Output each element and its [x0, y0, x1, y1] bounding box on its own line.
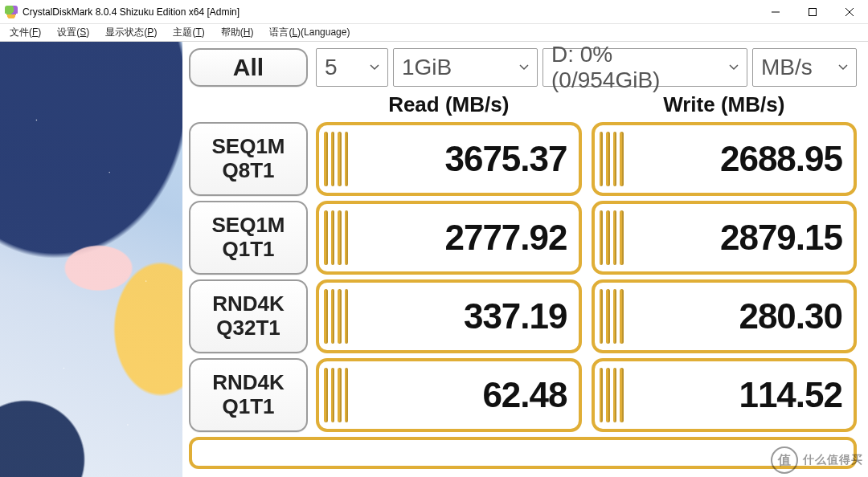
menu-display[interactable]: 显示状态(P): [99, 24, 163, 41]
grip-icon: [600, 210, 624, 265]
grip-icon: [324, 132, 348, 186]
close-button[interactable]: [831, 0, 868, 24]
run-all-label: All: [233, 54, 264, 82]
write-result: 2688.95: [592, 122, 858, 196]
menu-file[interactable]: 文件(F): [3, 24, 47, 41]
read-result: 2777.92: [316, 201, 582, 275]
test-label-1: RND4K: [212, 371, 285, 395]
close-icon: [845, 8, 854, 16]
minimize-icon: [772, 8, 780, 16]
test-row-seq1m-q8t1: SEQ1M Q8T1 3675.37 2688.95: [189, 122, 857, 196]
test-label-2: Q32T1: [216, 316, 280, 340]
read-value: 3675.37: [444, 139, 567, 179]
test-label-1: SEQ1M: [211, 214, 285, 238]
grip-icon: [324, 289, 348, 344]
menu-theme[interactable]: 主题(T): [166, 24, 211, 41]
chevron-down-icon: [370, 64, 379, 71]
chevron-down-icon: [519, 64, 529, 71]
maximize-icon: [809, 8, 817, 16]
status-bar: [189, 437, 857, 469]
write-header: Write (MB/s): [592, 92, 858, 117]
shizuku-artwork: [0, 42, 182, 477]
read-result: 337.19: [316, 279, 582, 353]
svg-rect-0: [809, 9, 817, 16]
grip-icon: [600, 368, 624, 422]
runs-select[interactable]: 5: [316, 48, 388, 87]
run-rnd4k-q32t1-button[interactable]: RND4K Q32T1: [189, 279, 308, 353]
benchmark-panel: All 5 1GiB D: 0% (0/954GiB) MB/s: [182, 42, 868, 477]
run-all-button[interactable]: All: [189, 48, 308, 87]
menu-language[interactable]: 语言(L)(Language): [263, 24, 356, 41]
client-area: All 5 1GiB D: 0% (0/954GiB) MB/s: [0, 42, 868, 477]
grip-icon: [324, 210, 348, 265]
test-label-2: Q1T1: [222, 395, 274, 419]
read-value: 2777.92: [444, 218, 567, 258]
test-row-seq1m-q1t1: SEQ1M Q1T1 2777.92 2879.15: [189, 201, 857, 275]
titlebar: CrystalDiskMark 8.0.4 Shizuku Edition x6…: [0, 0, 868, 24]
write-result: 114.52: [592, 358, 858, 432]
chevron-down-icon: [838, 64, 848, 71]
grip-icon: [600, 132, 624, 186]
run-seq1m-q8t1-button[interactable]: SEQ1M Q8T1: [189, 122, 308, 196]
menu-settings[interactable]: 设置(S): [51, 24, 96, 41]
read-value: 62.48: [482, 375, 567, 415]
drive-value: D: 0% (0/954GiB): [551, 42, 723, 93]
write-result: 280.30: [592, 279, 858, 353]
window-controls: [757, 0, 868, 24]
controls-group: 5 1GiB D: 0% (0/954GiB) MB/s: [316, 48, 857, 87]
write-value: 2879.15: [720, 218, 842, 258]
grip-icon: [600, 289, 624, 344]
read-result: 3675.37: [316, 122, 582, 196]
unit-select[interactable]: MB/s: [752, 48, 857, 87]
write-value: 280.30: [739, 296, 842, 336]
menu-help[interactable]: 帮助(H): [215, 24, 260, 41]
controls-row: All 5 1GiB D: 0% (0/954GiB) MB/s: [189, 48, 857, 87]
unit-value: MB/s: [761, 55, 813, 80]
run-seq1m-q1t1-button[interactable]: SEQ1M Q1T1: [189, 201, 308, 275]
test-row-rnd4k-q32t1: RND4K Q32T1 337.19 280.30: [189, 279, 857, 353]
test-size-select[interactable]: 1GiB: [393, 48, 538, 87]
drive-select[interactable]: D: 0% (0/954GiB): [542, 48, 747, 87]
write-value: 114.52: [739, 375, 842, 415]
read-header: Read (MB/s): [316, 92, 582, 117]
footer-row: [189, 437, 857, 469]
window-title: CrystalDiskMark 8.0.4 Shizuku Edition x6…: [23, 6, 240, 18]
menubar: 文件(F) 设置(S) 显示状态(P) 主题(T) 帮助(H) 语言(L)(La…: [0, 24, 868, 42]
test-size-value: 1GiB: [402, 55, 452, 80]
test-label-1: RND4K: [212, 292, 285, 316]
test-row-rnd4k-q1t1: RND4K Q1T1 62.48 114.52: [189, 358, 857, 432]
runs-value: 5: [325, 55, 338, 80]
app-icon: [5, 6, 18, 18]
headers-row: Read (MB/s) Write (MB/s): [189, 92, 857, 117]
test-label-2: Q8T1: [222, 159, 274, 183]
test-label-2: Q1T1: [222, 238, 274, 262]
test-label-1: SEQ1M: [211, 135, 285, 159]
run-rnd4k-q1t1-button[interactable]: RND4K Q1T1: [189, 358, 308, 432]
write-value: 2688.95: [720, 139, 842, 179]
minimize-button[interactable]: [757, 0, 794, 24]
grip-icon: [324, 368, 348, 422]
write-result: 2879.15: [592, 201, 858, 275]
read-value: 337.19: [464, 296, 567, 336]
chevron-down-icon: [729, 64, 739, 71]
maximize-button[interactable]: [794, 0, 831, 24]
read-result: 62.48: [316, 358, 582, 432]
